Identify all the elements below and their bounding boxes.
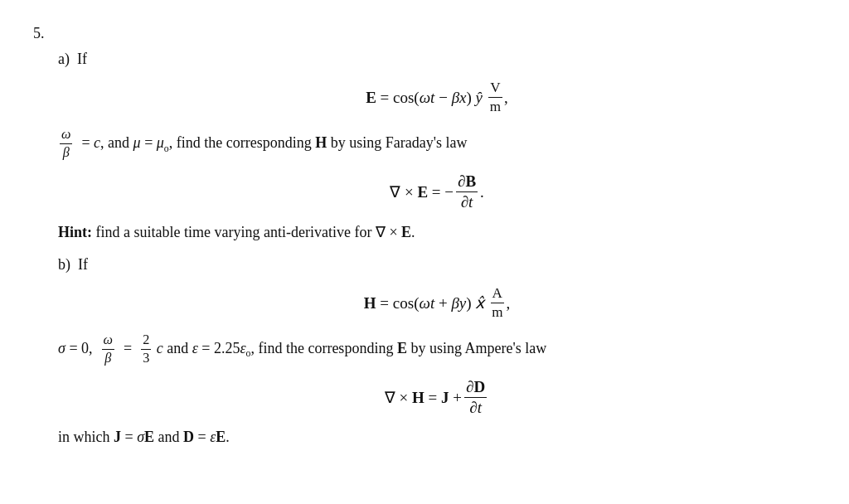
frac-omega-beta-b: ω β: [102, 332, 114, 366]
problem-container: 5. a) If E = cos(ωt − βx) ŷ V m , ω β: [33, 25, 816, 446]
part-a-label: a) If: [58, 51, 816, 68]
frac-partial-D-t: ∂D ∂t: [464, 378, 487, 417]
frac-partial-B-t: ∂B ∂t: [456, 172, 478, 211]
frac-2-3: 2 3: [141, 332, 151, 366]
part-b: b) If H = cos(ωt + βy) x̂ A m , σ = 0, ω…: [58, 256, 816, 446]
part-b-label: b) If: [58, 256, 816, 274]
part-a-condition: ω β = c, and μ = μo, find the correspond…: [58, 127, 816, 161]
equation-E-field: E = cos(ωt − βx) ŷ V m ,: [58, 80, 816, 115]
part-b-condition: σ = 0, ω β = 2 3 c and ε = 2.25εo, find …: [58, 332, 816, 366]
frac-omega-beta-a: ω β: [60, 127, 72, 161]
part-a: a) If E = cos(ωt − βx) ŷ V m , ω β = c, …: [58, 51, 816, 241]
frac-A-m: A m: [490, 285, 504, 321]
final-statement: in which J = σE and D = εE.: [58, 429, 816, 446]
frac-V-m: V m: [488, 80, 502, 115]
problem-content: a) If E = cos(ωt − βx) ŷ V m , ω β = c, …: [58, 51, 816, 446]
part-a-hint: Hint: find a suitable time varying anti-…: [58, 223, 816, 241]
part-a-letter: a) If: [58, 51, 87, 67]
equation-H-field: H = cos(ωt + βy) x̂ A m ,: [58, 285, 816, 321]
problem-number: 5.: [33, 25, 816, 42]
faraday-law: ∇ × E = − ∂B ∂t .: [58, 172, 816, 211]
ampere-law: ∇ × H = J + ∂D ∂t: [58, 378, 816, 417]
